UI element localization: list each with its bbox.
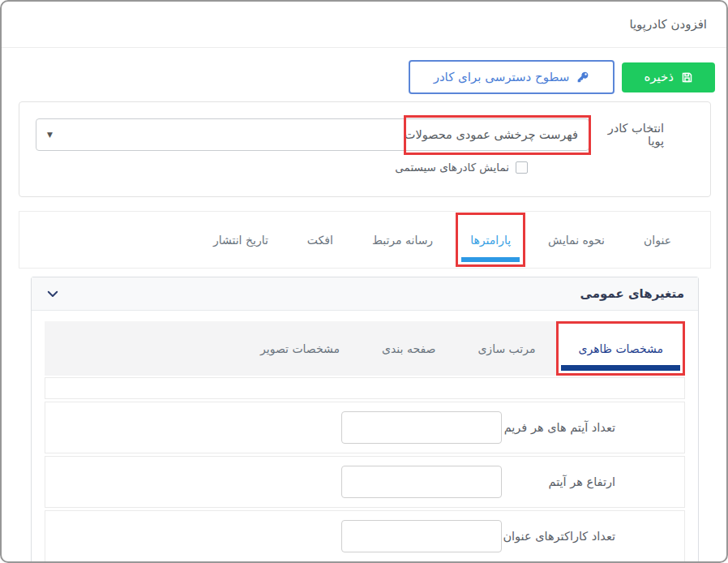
system-boxes-checkbox-label: نمایش کادرهای سیستمی <box>395 161 509 174</box>
chevron-down-icon: ▼ <box>47 131 53 139</box>
tab-title[interactable]: عنوان <box>624 212 691 268</box>
items-per-frame-input[interactable] <box>341 411 502 444</box>
tab-parameters[interactable]: پارامترها <box>456 213 525 267</box>
chevron-down-icon[interactable] <box>45 286 60 301</box>
floppy-disk-icon <box>681 71 693 84</box>
page-header: افزودن کادرپویا <box>2 2 726 48</box>
field-row-item-height: ارتفاع هر آیتم <box>45 456 685 508</box>
toolbar: ذخیره سطوح دسترسی برای کادر <box>2 48 726 94</box>
general-variables-body: مشخصات ظاهری مرتب سازی صفحه بندی مشخصات … <box>32 311 698 563</box>
select-wrap: فهرست چرخشی عمودی محصولات ▼ <box>36 118 589 151</box>
dynamic-box-select-value: فهرست چرخشی عمودی محصولات <box>405 128 578 141</box>
title-chars-input[interactable] <box>341 520 502 552</box>
tab-publish-date[interactable]: تاریخ انتشار <box>194 212 288 268</box>
general-variables-header[interactable]: متغیرهای عمومی <box>32 277 698 311</box>
parameters-subtabs: مشخصات ظاهری مرتب سازی صفحه بندی مشخصات … <box>45 321 685 376</box>
save-button-label: ذخیره <box>644 71 674 84</box>
general-variables-panel: متغیرهای عمومی مشخصات ظاهری مرتب سازی صف… <box>31 277 699 563</box>
main-tabbar: عنوان نحوه نمایش پارامترها رسانه مرتبط ا… <box>19 211 711 269</box>
subtab-pagination[interactable]: صفحه بندی <box>361 321 456 376</box>
access-levels-button-label: سطوح دسترسی برای کادر <box>434 71 570 84</box>
system-boxes-checkbox[interactable] <box>516 161 528 174</box>
empty-row <box>45 377 685 399</box>
tabs-section: عنوان نحوه نمایش پارامترها رسانه مرتبط ا… <box>19 211 711 563</box>
tab-related-media[interactable]: رسانه مرتبط <box>353 212 452 268</box>
subtab-image-specs[interactable]: مشخصات تصویر <box>239 321 361 376</box>
subtab-sorting[interactable]: مرتب سازی <box>456 321 556 376</box>
dynamic-box-selector-card: انتخاب کادر پویا فهرست چرخشی عمودی محصول… <box>19 101 711 197</box>
title-chars-label: تعداد کاراکترهای عنوان <box>502 530 615 543</box>
items-per-frame-label: تعداد آیتم های هر فریم <box>502 421 615 434</box>
item-height-input[interactable] <box>341 466 502 498</box>
system-boxes-checkbox-row: نمایش کادرهای سیستمی <box>36 161 664 174</box>
general-variables-title: متغیرهای عمومی <box>580 286 684 301</box>
field-row-title-chars: تعداد کاراکترهای عنوان <box>45 510 685 562</box>
save-button[interactable]: ذخیره <box>622 62 715 92</box>
select-row: انتخاب کادر پویا فهرست چرخشی عمودی محصول… <box>36 118 664 151</box>
access-levels-button[interactable]: سطوح دسترسی برای کادر <box>409 60 615 94</box>
tab-display-mode[interactable]: نحوه نمایش <box>529 212 624 268</box>
tab-effect[interactable]: افکت <box>288 212 353 268</box>
add-dynamic-box-page: افزودن کادرپویا ذخیره سطوح دسترسی برای ک… <box>0 0 728 563</box>
select-dynamic-box-label: انتخاب کادر پویا <box>599 122 664 148</box>
key-icon <box>576 71 589 84</box>
field-row-items-per-frame: تعداد آیتم های هر فریم <box>45 402 685 453</box>
page-title: افزودن کادرپویا <box>629 17 707 32</box>
subtab-appearance[interactable]: مشخصات ظاهری <box>556 321 685 376</box>
item-height-label: ارتفاع هر آیتم <box>502 475 615 488</box>
dynamic-box-select[interactable]: فهرست چرخشی عمودی محصولات ▼ <box>36 118 589 151</box>
